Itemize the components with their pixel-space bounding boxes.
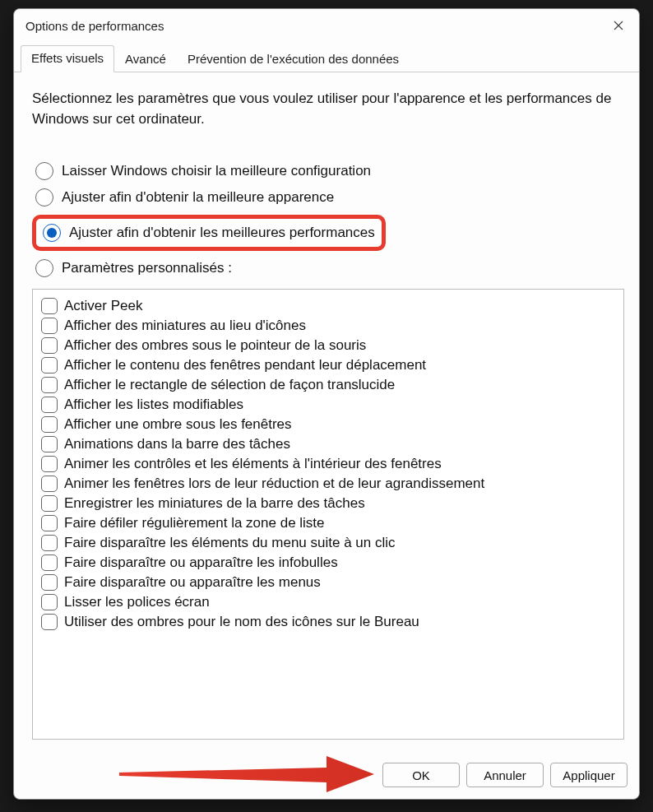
checkbox-icon xyxy=(41,535,58,551)
radio-label: Ajuster afin d'obtenir la meilleure appa… xyxy=(62,189,334,206)
checkbox-row[interactable]: Utiliser des ombres pour le nom des icôn… xyxy=(41,612,615,632)
tabs-bar: Effets visuels Avancé Prévention de l'ex… xyxy=(14,39,639,72)
titlebar: Options de performances xyxy=(14,9,639,39)
radio-best-performance[interactable]: Ajuster afin d'obtenir les meilleures pe… xyxy=(43,224,375,242)
checkbox-label: Faire disparaître les éléments du menu s… xyxy=(64,535,396,551)
radio-best-appearance[interactable]: Ajuster afin d'obtenir la meilleure appa… xyxy=(35,188,624,206)
radio-label: Ajuster afin d'obtenir les meilleures pe… xyxy=(69,225,375,241)
ok-button[interactable]: OK xyxy=(382,763,460,787)
checkbox-label: Animer les contrôles et les éléments à l… xyxy=(64,456,442,472)
checkbox-row[interactable]: Faire disparaître ou apparaître les menu… xyxy=(41,573,615,592)
dialog-title: Options de performances xyxy=(25,19,164,33)
checkbox-row[interactable]: Afficher des ombres sous le pointeur de … xyxy=(41,336,615,355)
checkbox-label: Utiliser des ombres pour le nom des icôn… xyxy=(64,614,419,630)
visual-effects-list[interactable]: Activer PeekAfficher des miniatures au l… xyxy=(32,289,624,740)
checkbox-row[interactable]: Animer les fenêtres lors de leur réducti… xyxy=(41,474,615,494)
checkbox-label: Afficher les listes modifiables xyxy=(64,397,243,413)
radio-icon xyxy=(35,188,53,206)
tab-advanced[interactable]: Avancé xyxy=(114,46,177,72)
checkbox-label: Enregistrer les miniatures de la barre d… xyxy=(64,495,365,512)
checkbox-icon xyxy=(41,377,58,393)
performance-options-dialog: Options de performances Effets visuels A… xyxy=(13,8,640,800)
tab-label: Prévention de l'exécution des données xyxy=(188,52,399,66)
radio-custom[interactable]: Paramètres personnalisés : xyxy=(35,259,624,277)
radio-group: Laisser Windows choisir la meilleure con… xyxy=(35,162,624,277)
checkbox-row[interactable]: Faire disparaître ou apparaître les info… xyxy=(41,553,615,573)
checkbox-row[interactable]: Animer les contrôles et les éléments à l… xyxy=(41,454,615,474)
checkbox-label: Afficher des miniatures au lieu d'icônes xyxy=(64,318,306,334)
tab-visual-effects[interactable]: Effets visuels xyxy=(21,45,114,72)
tab-label: Effets visuels xyxy=(31,51,104,65)
checkbox-row[interactable]: Lisser les polices écran xyxy=(41,592,615,612)
checkbox-icon xyxy=(41,397,58,413)
close-button[interactable] xyxy=(606,13,631,38)
tab-label: Avancé xyxy=(125,52,166,66)
checkbox-label: Afficher une ombre sous les fenêtres xyxy=(64,416,292,433)
button-label: OK xyxy=(412,768,430,782)
radio-let-windows-choose[interactable]: Laisser Windows choisir la meilleure con… xyxy=(35,162,624,180)
checkbox-icon xyxy=(41,416,58,433)
tab-content: Sélectionnez les paramètres que vous vou… xyxy=(14,72,639,754)
svg-marker-2 xyxy=(119,756,374,792)
checkbox-row[interactable]: Faire défiler régulièrement la zone de l… xyxy=(41,513,615,533)
radio-label: Paramètres personnalisés : xyxy=(62,260,232,276)
arrow-annotation-icon xyxy=(113,754,376,792)
close-icon xyxy=(614,21,623,30)
checkbox-label: Afficher le rectangle de sélection de fa… xyxy=(64,377,395,393)
cancel-button[interactable]: Annuler xyxy=(466,763,544,787)
checkbox-icon xyxy=(41,436,58,452)
checkbox-icon xyxy=(41,337,58,354)
checkbox-label: Animations dans la barre des tâches xyxy=(64,436,290,452)
radio-icon xyxy=(43,224,61,242)
checkbox-label: Animer les fenêtres lors de leur réducti… xyxy=(64,476,484,492)
checkbox-label: Lisser les polices écran xyxy=(64,594,210,610)
checkbox-label: Faire défiler régulièrement la zone de l… xyxy=(64,515,325,531)
checkbox-icon xyxy=(41,554,58,571)
checkbox-row[interactable]: Enregistrer les miniatures de la barre d… xyxy=(41,494,615,513)
button-label: Appliquer xyxy=(563,768,614,782)
checkbox-label: Activer Peek xyxy=(64,298,142,314)
checkbox-row[interactable]: Afficher le rectangle de sélection de fa… xyxy=(41,375,615,395)
checkbox-label: Faire disparaître ou apparaître les menu… xyxy=(64,574,321,591)
checkbox-row[interactable]: Activer Peek xyxy=(41,296,615,316)
checkbox-icon xyxy=(41,515,58,531)
tab-dep[interactable]: Prévention de l'exécution des données xyxy=(177,46,410,72)
checkbox-row[interactable]: Faire disparaître les éléments du menu s… xyxy=(41,533,615,553)
checkbox-icon xyxy=(41,614,58,630)
checkbox-icon xyxy=(41,476,58,492)
checkbox-row[interactable]: Afficher des miniatures au lieu d'icônes xyxy=(41,316,615,336)
checkbox-row[interactable]: Animations dans la barre des tâches xyxy=(41,434,615,454)
checkbox-icon xyxy=(41,594,58,610)
checkbox-label: Faire disparaître ou apparaître les info… xyxy=(64,554,338,571)
button-label: Annuler xyxy=(484,768,526,782)
checkbox-row[interactable]: Afficher les listes modifiables xyxy=(41,395,615,415)
checkbox-row[interactable]: Afficher le contenu des fenêtres pendant… xyxy=(41,355,615,375)
checkbox-icon xyxy=(41,357,58,374)
highlight-annotation: Ajuster afin d'obtenir les meilleures pe… xyxy=(32,215,386,251)
checkbox-row[interactable]: Afficher une ombre sous les fenêtres xyxy=(41,415,615,434)
radio-icon xyxy=(35,259,53,277)
checkbox-icon xyxy=(41,456,58,472)
checkbox-icon xyxy=(41,298,58,314)
radio-icon xyxy=(35,162,53,180)
checkbox-icon xyxy=(41,318,58,334)
checkbox-icon xyxy=(41,574,58,591)
checkbox-icon xyxy=(41,495,58,512)
apply-button[interactable]: Appliquer xyxy=(550,763,628,787)
checkbox-label: Afficher le contenu des fenêtres pendant… xyxy=(64,357,426,374)
radio-label: Laisser Windows choisir la meilleure con… xyxy=(62,163,371,179)
intro-text: Sélectionnez les paramètres que vous vou… xyxy=(32,89,624,129)
checkbox-label: Afficher des ombres sous le pointeur de … xyxy=(64,337,366,354)
button-bar: OK Annuler Appliquer xyxy=(14,754,639,799)
